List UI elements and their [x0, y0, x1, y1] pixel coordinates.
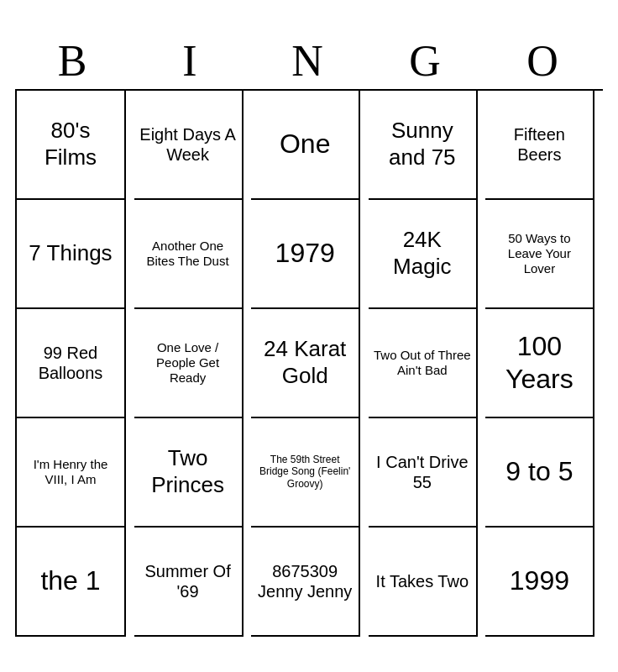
- cell-text-4: Fifteen Beers: [490, 124, 588, 165]
- cell-text-10: 99 Red Balloons: [22, 343, 119, 383]
- cell-text-24: 1999: [510, 564, 569, 596]
- bingo-cell-18: I Can't Drive 55: [369, 418, 478, 528]
- cell-text-15: I'm Henry the VIII, I Am: [22, 457, 119, 487]
- cell-text-1: Eight Days A Week: [139, 124, 237, 165]
- bingo-cell-10: 99 Red Balloons: [17, 309, 126, 418]
- header-letter-o: O: [490, 36, 599, 86]
- cell-text-11: One Love / People Get Ready: [139, 340, 237, 386]
- bingo-cell-16: Two Princes: [134, 418, 244, 528]
- cell-text-22: 8675309 Jenny Jenny: [256, 561, 354, 601]
- bingo-cell-14: 100 Years: [485, 309, 594, 418]
- cell-text-14: 100 Years: [490, 330, 588, 395]
- bingo-header: BINGO: [15, 36, 603, 86]
- bingo-cell-21: Summer Of '69: [134, 528, 244, 637]
- bingo-cell-20: the 1: [17, 528, 126, 637]
- cell-text-2: One: [280, 128, 330, 160]
- bingo-cell-13: Two Out of Three Ain't Bad: [369, 309, 478, 418]
- bingo-cell-8: 24K Magic: [369, 200, 478, 309]
- bingo-cell-6: Another One Bites The Dust: [134, 200, 244, 309]
- cell-text-17: The 59th Street Bridge Song (Feelin' Gro…: [256, 454, 354, 490]
- bingo-cell-23: It Takes Two: [369, 528, 478, 637]
- cell-text-18: I Can't Drive 55: [374, 452, 471, 492]
- cell-text-0: 80's Films: [22, 118, 119, 170]
- bingo-cell-3: Sunny and 75: [369, 91, 478, 200]
- bingo-cell-12: 24 Karat Gold: [251, 309, 360, 418]
- header-letter-g: G: [372, 36, 481, 86]
- cell-text-9: 50 Ways to Leave Your Lover: [490, 231, 588, 276]
- bingo-cell-1: Eight Days A Week: [134, 91, 244, 200]
- header-letter-b: B: [19, 36, 128, 86]
- bingo-cell-2: One: [251, 91, 360, 200]
- cell-text-13: Two Out of Three Ain't Bad: [374, 348, 471, 378]
- bingo-cell-9: 50 Ways to Leave Your Lover: [485, 200, 594, 309]
- bingo-cell-5: 7 Things: [17, 200, 126, 309]
- bingo-cell-22: 8675309 Jenny Jenny: [251, 528, 360, 637]
- bingo-cell-17: The 59th Street Bridge Song (Feelin' Gro…: [251, 418, 360, 528]
- bingo-cell-11: One Love / People Get Ready: [134, 309, 244, 418]
- header-letter-i: I: [137, 36, 246, 86]
- bingo-cell-7: 1979: [251, 200, 360, 309]
- bingo-card: BINGO 80's FilmsEight Days A WeekOneSunn…: [15, 36, 603, 637]
- bingo-cell-24: 1999: [485, 528, 594, 637]
- bingo-cell-4: Fifteen Beers: [485, 91, 594, 200]
- cell-text-23: It Takes Two: [376, 571, 469, 591]
- cell-text-7: 1979: [275, 237, 335, 269]
- cell-text-16: Two Princes: [139, 445, 237, 497]
- bingo-grid: 80's FilmsEight Days A WeekOneSunny and …: [15, 89, 603, 637]
- cell-text-3: Sunny and 75: [374, 118, 471, 170]
- cell-text-21: Summer Of '69: [139, 561, 237, 601]
- bingo-cell-15: I'm Henry the VIII, I Am: [17, 418, 126, 528]
- cell-text-6: Another One Bites The Dust: [139, 239, 237, 269]
- cell-text-20: the 1: [40, 564, 100, 596]
- cell-text-5: 7 Things: [29, 240, 112, 266]
- cell-text-12: 24 Karat Gold: [256, 336, 354, 388]
- bingo-cell-0: 80's Films: [17, 91, 126, 200]
- cell-text-19: 9 to 5: [505, 455, 573, 487]
- bingo-cell-19: 9 to 5: [485, 418, 594, 528]
- cell-text-8: 24K Magic: [374, 227, 471, 279]
- header-letter-n: N: [254, 36, 364, 86]
